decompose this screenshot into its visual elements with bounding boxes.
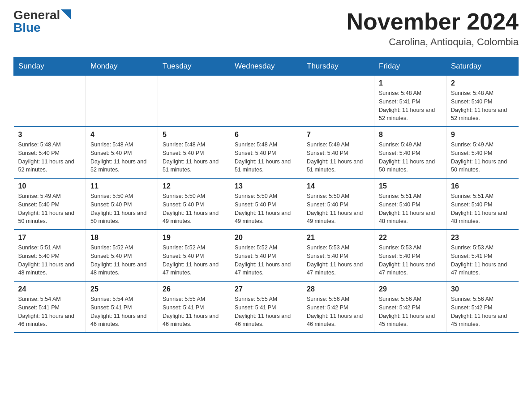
table-row: 21 Sunrise: 5:53 AMSunset: 5:40 PMDaylig… <box>302 230 374 281</box>
day-number: 25 <box>90 285 153 293</box>
day-number: 7 <box>307 131 369 139</box>
table-row: 22 Sunrise: 5:53 AMSunset: 5:40 PMDaylig… <box>374 230 446 281</box>
table-row: 19 Sunrise: 5:52 AMSunset: 5:40 PMDaylig… <box>158 230 230 281</box>
col-saturday: Saturday <box>446 57 519 76</box>
table-row: 30 Sunrise: 5:56 AMSunset: 5:42 PMDaylig… <box>446 281 519 333</box>
day-info: Sunrise: 5:51 AMSunset: 5:40 PMDaylight:… <box>451 193 507 224</box>
day-number: 21 <box>307 234 369 242</box>
day-info: Sunrise: 5:56 AMSunset: 5:42 PMDaylight:… <box>379 296 435 327</box>
day-number: 22 <box>379 234 442 242</box>
day-info: Sunrise: 5:56 AMSunset: 5:42 PMDaylight:… <box>451 296 507 327</box>
table-row: 15 Sunrise: 5:51 AMSunset: 5:40 PMDaylig… <box>374 178 446 230</box>
day-info: Sunrise: 5:48 AMSunset: 5:41 PMDaylight:… <box>379 90 435 121</box>
day-number: 26 <box>163 285 225 293</box>
logo: General Blue <box>13 9 71 34</box>
day-number: 9 <box>451 131 514 139</box>
day-number: 27 <box>235 285 297 293</box>
day-number: 5 <box>163 131 225 139</box>
day-info: Sunrise: 5:56 AMSunset: 5:42 PMDaylight:… <box>307 296 363 327</box>
day-number: 11 <box>90 182 153 190</box>
day-number: 1 <box>379 79 442 87</box>
day-number: 20 <box>235 234 297 242</box>
table-row: 11 Sunrise: 5:50 AMSunset: 5:40 PMDaylig… <box>86 178 158 230</box>
table-row: 28 Sunrise: 5:56 AMSunset: 5:42 PMDaylig… <box>302 281 374 333</box>
day-info: Sunrise: 5:49 AMSunset: 5:40 PMDaylight:… <box>18 193 74 224</box>
table-row: 18 Sunrise: 5:52 AMSunset: 5:40 PMDaylig… <box>86 230 158 281</box>
table-row: 27 Sunrise: 5:55 AMSunset: 5:41 PMDaylig… <box>230 281 302 333</box>
calendar-week-row: 24 Sunrise: 5:54 AMSunset: 5:41 PMDaylig… <box>14 281 519 333</box>
table-row: 17 Sunrise: 5:51 AMSunset: 5:40 PMDaylig… <box>14 230 86 281</box>
day-info: Sunrise: 5:52 AMSunset: 5:40 PMDaylight:… <box>163 244 219 276</box>
col-tuesday: Tuesday <box>158 57 230 76</box>
page-header: General Blue November 2024 Carolina, Ant… <box>13 9 519 48</box>
day-number: 18 <box>90 234 153 242</box>
day-number: 8 <box>379 131 442 139</box>
month-title: November 2024 <box>347 9 519 34</box>
calendar-header-row: Sunday Monday Tuesday Wednesday Thursday… <box>14 57 519 76</box>
day-info: Sunrise: 5:51 AMSunset: 5:40 PMDaylight:… <box>379 193 435 224</box>
day-info: Sunrise: 5:49 AMSunset: 5:40 PMDaylight:… <box>379 141 435 173</box>
location: Carolina, Antioquia, Colombia <box>347 36 519 48</box>
day-info: Sunrise: 5:50 AMSunset: 5:40 PMDaylight:… <box>163 193 219 224</box>
day-number: 28 <box>307 285 369 293</box>
table-row: 10 Sunrise: 5:49 AMSunset: 5:40 PMDaylig… <box>14 178 86 230</box>
table-row: 3 Sunrise: 5:48 AMSunset: 5:40 PMDayligh… <box>14 127 86 178</box>
day-number: 12 <box>163 182 225 190</box>
day-info: Sunrise: 5:52 AMSunset: 5:40 PMDaylight:… <box>235 244 291 276</box>
logo-general-text: General <box>13 9 60 21</box>
table-row <box>302 76 374 127</box>
day-info: Sunrise: 5:53 AMSunset: 5:40 PMDaylight:… <box>379 244 435 276</box>
day-info: Sunrise: 5:49 AMSunset: 5:40 PMDaylight:… <box>307 141 363 173</box>
table-row: 8 Sunrise: 5:49 AMSunset: 5:40 PMDayligh… <box>374 127 446 178</box>
table-row: 5 Sunrise: 5:48 AMSunset: 5:40 PMDayligh… <box>158 127 230 178</box>
table-row: 6 Sunrise: 5:48 AMSunset: 5:40 PMDayligh… <box>230 127 302 178</box>
table-row: 2 Sunrise: 5:48 AMSunset: 5:40 PMDayligh… <box>446 76 519 127</box>
table-row: 14 Sunrise: 5:50 AMSunset: 5:40 PMDaylig… <box>302 178 374 230</box>
day-number: 4 <box>90 131 153 139</box>
calendar-table: Sunday Monday Tuesday Wednesday Thursday… <box>13 57 519 333</box>
day-number: 10 <box>18 182 82 190</box>
calendar-week-row: 17 Sunrise: 5:51 AMSunset: 5:40 PMDaylig… <box>14 230 519 281</box>
col-monday: Monday <box>86 57 158 76</box>
calendar-week-row: 1 Sunrise: 5:48 AMSunset: 5:41 PMDayligh… <box>14 76 519 127</box>
day-info: Sunrise: 5:48 AMSunset: 5:40 PMDaylight:… <box>451 90 507 121</box>
day-info: Sunrise: 5:49 AMSunset: 5:40 PMDaylight:… <box>451 141 507 173</box>
day-info: Sunrise: 5:55 AMSunset: 5:41 PMDaylight:… <box>235 296 291 327</box>
col-wednesday: Wednesday <box>230 57 302 76</box>
table-row: 12 Sunrise: 5:50 AMSunset: 5:40 PMDaylig… <box>158 178 230 230</box>
day-number: 14 <box>307 182 369 190</box>
day-number: 2 <box>451 79 514 87</box>
day-info: Sunrise: 5:55 AMSunset: 5:41 PMDaylight:… <box>163 296 219 327</box>
day-number: 13 <box>235 182 297 190</box>
table-row: 4 Sunrise: 5:48 AMSunset: 5:40 PMDayligh… <box>86 127 158 178</box>
col-friday: Friday <box>374 57 446 76</box>
day-info: Sunrise: 5:54 AMSunset: 5:41 PMDaylight:… <box>90 296 146 327</box>
day-info: Sunrise: 5:48 AMSunset: 5:40 PMDaylight:… <box>163 141 219 173</box>
table-row <box>230 76 302 127</box>
day-number: 16 <box>451 182 514 190</box>
logo-arrow-icon <box>61 9 71 19</box>
day-number: 29 <box>379 285 442 293</box>
table-row: 25 Sunrise: 5:54 AMSunset: 5:41 PMDaylig… <box>86 281 158 333</box>
day-info: Sunrise: 5:50 AMSunset: 5:40 PMDaylight:… <box>90 193 146 224</box>
day-info: Sunrise: 5:48 AMSunset: 5:40 PMDaylight:… <box>90 141 146 173</box>
table-row: 20 Sunrise: 5:52 AMSunset: 5:40 PMDaylig… <box>230 230 302 281</box>
day-number: 23 <box>451 234 514 242</box>
table-row: 24 Sunrise: 5:54 AMSunset: 5:41 PMDaylig… <box>14 281 86 333</box>
day-number: 6 <box>235 131 297 139</box>
col-sunday: Sunday <box>14 57 86 76</box>
day-number: 15 <box>379 182 442 190</box>
day-info: Sunrise: 5:50 AMSunset: 5:40 PMDaylight:… <box>307 193 363 224</box>
title-block: November 2024 Carolina, Antioquia, Colom… <box>347 9 519 48</box>
table-row <box>14 76 86 127</box>
day-number: 3 <box>18 131 82 139</box>
table-row: 13 Sunrise: 5:50 AMSunset: 5:40 PMDaylig… <box>230 178 302 230</box>
day-info: Sunrise: 5:48 AMSunset: 5:40 PMDaylight:… <box>18 141 74 173</box>
table-row: 26 Sunrise: 5:55 AMSunset: 5:41 PMDaylig… <box>158 281 230 333</box>
day-number: 17 <box>18 234 82 242</box>
table-row <box>86 76 158 127</box>
day-info: Sunrise: 5:51 AMSunset: 5:40 PMDaylight:… <box>18 244 74 276</box>
table-row: 1 Sunrise: 5:48 AMSunset: 5:41 PMDayligh… <box>374 76 446 127</box>
day-info: Sunrise: 5:53 AMSunset: 5:41 PMDaylight:… <box>451 244 507 276</box>
day-info: Sunrise: 5:52 AMSunset: 5:40 PMDaylight:… <box>90 244 146 276</box>
